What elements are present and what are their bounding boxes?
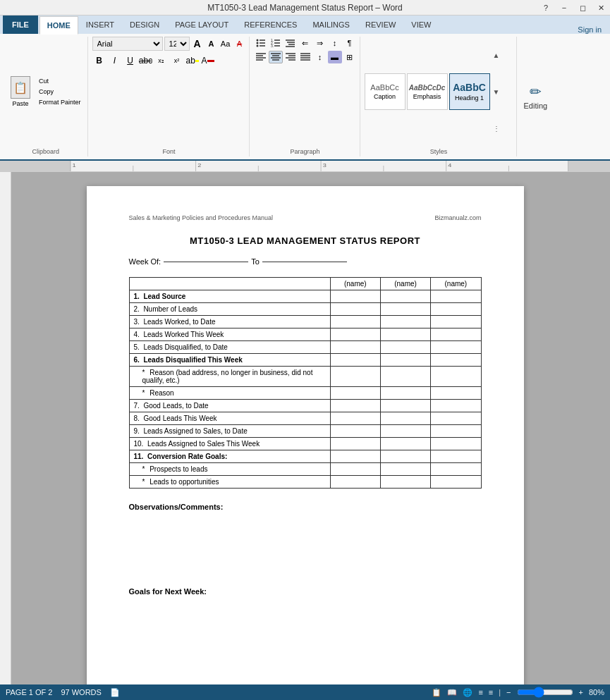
font-shrink-button[interactable]: A [205, 37, 218, 50]
decrease-indent-button[interactable]: ⇐ [298, 37, 312, 49]
table-row: 1. Lead Source [129, 290, 481, 303]
view-web-icon[interactable]: 🌐 [463, 688, 472, 697]
font-selector-row: Arial 12 A A Aa A [92, 37, 246, 51]
style-emphasis[interactable]: AaBbCcDc Emphasis [407, 73, 448, 110]
font-grow-button[interactable]: A [191, 37, 204, 50]
help-button[interactable]: ? [537, 0, 555, 16]
styles-scroll-up[interactable]: ▲ [492, 37, 501, 73]
table-row-sub: * Reason (bad address, no longer in busi… [129, 367, 481, 387]
table-header-col2: (name) [380, 278, 430, 290]
cut-button[interactable]: Cut [35, 76, 85, 86]
sign-in-button[interactable]: Sign in [578, 25, 607, 34]
zoom-slider[interactable] [517, 687, 573, 698]
paragraph-list-row: 1.2.3. ⇐ ⇒ ↕ ¶ [254, 37, 357, 49]
styles-more[interactable]: ⋮ [492, 110, 501, 147]
table-row-sub: * Prospects to leads [129, 463, 481, 476]
copy-button[interactable]: Copy [35, 87, 85, 97]
align-center-button[interactable] [269, 51, 283, 63]
style-caption[interactable]: AaBbCc Caption [365, 73, 405, 110]
title-bar-controls: ? − ◻ ✕ [537, 0, 610, 16]
row-5-col3 [431, 341, 481, 354]
tab-mailings[interactable]: MAILINGS [305, 16, 358, 34]
svg-point-4 [256, 45, 258, 47]
row-7-col3 [431, 400, 481, 412]
font-size-selector[interactable]: 12 [164, 37, 190, 51]
style-heading1[interactable]: AaBbC Heading 1 [449, 73, 490, 110]
row-1-col3 [431, 290, 481, 303]
row-label-1: 1. Lead Source [129, 290, 330, 303]
styles-group: AaBbCc Caption AaBbCcDc Emphasis AaBbC H… [362, 37, 517, 156]
tab-review[interactable]: REVIEW [358, 16, 403, 34]
row-11-sub2-col1 [330, 476, 380, 489]
minimize-button[interactable]: − [555, 0, 573, 16]
title-bar: MT1050-3 Lead Management Status Report –… [0, 0, 610, 16]
font-face-selector[interactable]: Arial [92, 37, 163, 51]
paste-icon: 📋 [11, 76, 30, 99]
to-blank [262, 262, 347, 262]
paste-button[interactable]: 📋 Paste [7, 73, 34, 110]
clipboard-group: 📋 Paste Cut Copy Format Painter Clipboar… [4, 37, 88, 156]
svg-point-0 [256, 39, 258, 42]
left-ruler [0, 172, 11, 700]
tab-file[interactable]: FILE [3, 16, 38, 34]
font-color-button[interactable]: A [201, 54, 215, 68]
view-outline-icon[interactable]: ≡ [478, 688, 482, 696]
bold-button[interactable]: B [92, 54, 106, 68]
row-6-col2 [380, 354, 430, 367]
status-bar-right: 📋 📖 🌐 ≡ ≡ | − + 80% [432, 687, 604, 698]
align-left-button[interactable] [254, 51, 268, 63]
view-print-icon[interactable]: 📋 [432, 688, 441, 697]
multilevel-button[interactable] [283, 37, 298, 49]
show-marks-button[interactable]: ¶ [343, 37, 357, 49]
report-table: (name) (name) (name) 1. Lead Source 2. N… [129, 277, 482, 489]
tab-references[interactable]: REFERENCES [236, 16, 305, 34]
align-right-button[interactable] [283, 51, 298, 63]
view-draft-icon[interactable]: ≡ [489, 688, 493, 696]
zoom-out-button[interactable]: − [506, 688, 511, 696]
bullets-button[interactable] [254, 37, 268, 49]
tab-home[interactable]: HOME [39, 16, 78, 35]
status-icon1[interactable]: 📄 [110, 688, 120, 697]
row-6-sub2-col3 [431, 387, 481, 400]
line-spacing-button[interactable]: ↕ [313, 51, 327, 63]
justify-button[interactable] [298, 51, 312, 63]
word-count: 97 WORDS [61, 688, 101, 696]
table-row: 6. Leads Disqualified This Week [129, 354, 481, 367]
shading-button[interactable]: ▬ [328, 51, 342, 63]
row-6-col3 [431, 354, 481, 367]
document-page[interactable]: Sales & Marketing Policies and Procedure… [87, 186, 524, 700]
format-painter-button[interactable]: Format Painter [35, 97, 85, 107]
italic-button[interactable]: I [108, 54, 122, 68]
table-row: 3. Leads Worked, to Date [129, 316, 481, 328]
row-7-col1 [330, 400, 380, 412]
row-3-col2 [380, 316, 430, 328]
observations-label: Observations/Comments: [129, 503, 482, 511]
sort-button[interactable]: ↕ [328, 37, 342, 49]
zoom-in-button[interactable]: + [579, 688, 583, 696]
row-label-5: 5. Leads Disqualified, to Date [129, 341, 330, 354]
increase-indent-button[interactable]: ⇒ [313, 37, 327, 49]
row-8-col1 [330, 412, 380, 425]
font-group-label: Font [92, 148, 246, 156]
underline-button[interactable]: U [123, 54, 138, 68]
tab-page-layout[interactable]: PAGE LAYOUT [167, 16, 236, 34]
font-case-button[interactable]: Aa [219, 37, 232, 50]
subscript-button[interactable]: x₂ [154, 54, 169, 68]
tab-insert[interactable]: INSERT [78, 16, 122, 34]
styles-scroll-down[interactable]: ▼ [492, 73, 501, 110]
restore-button[interactable]: ◻ [573, 0, 592, 16]
borders-button[interactable]: ⊞ [343, 51, 357, 63]
close-button[interactable]: ✕ [592, 0, 610, 16]
numbering-button[interactable]: 1.2.3. [269, 37, 283, 49]
text-highlight-button[interactable]: ab [185, 54, 200, 68]
view-read-icon[interactable]: 📖 [447, 688, 457, 697]
tab-view[interactable]: VIEW [403, 16, 439, 34]
font-clear-button[interactable]: A [233, 37, 246, 50]
row-9-col1 [330, 425, 380, 438]
tab-design[interactable]: DESIGN [122, 16, 167, 34]
row-6-sub1-col2 [380, 367, 430, 387]
editing-group: ✏ Editing [518, 37, 554, 156]
superscript-button[interactable]: x² [170, 54, 184, 68]
strikethrough-button[interactable]: abc [139, 54, 153, 68]
row-10-col1 [330, 438, 380, 450]
